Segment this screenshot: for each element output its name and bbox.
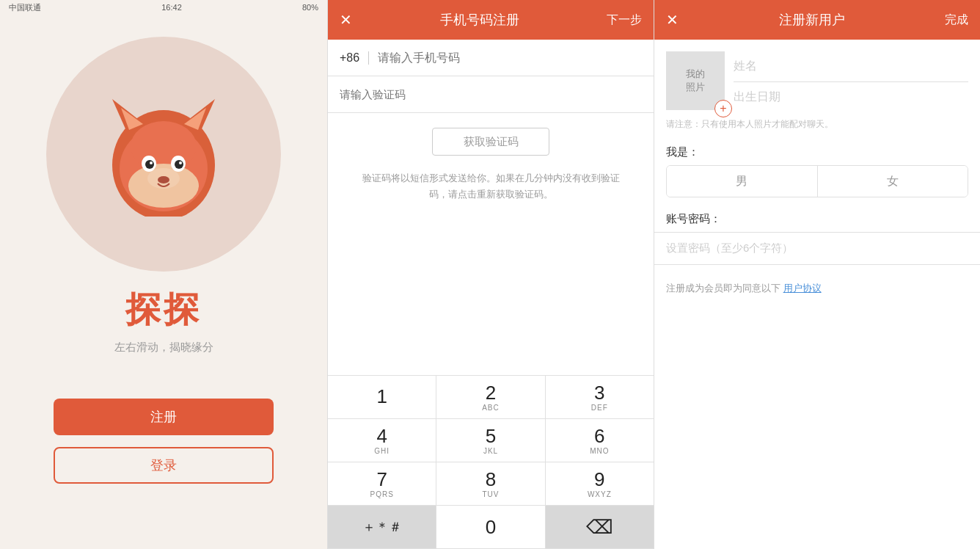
header-title: 手机号码注册 [440,11,519,29]
phone-register-header: ✕ 手机号码注册 下一步 [328,0,654,40]
sms-notice: 验证码将以短信形式发送给你。如果在几分钟内没有收到验证码，请点击重新获取验证码。 [328,163,654,210]
numpad-key-7[interactable]: 7 PQRS [328,462,436,505]
numpad-row-3: 7 PQRS 8 TUV 9 WXYZ [328,462,654,506]
svg-point-15 [147,168,180,189]
numpad-key-2[interactable]: 2 ABC [436,376,545,418]
close-button-2[interactable]: ✕ [666,11,679,29]
login-button[interactable]: 登录 [54,447,274,484]
photo-name-row: 我的 照片 + 姓名 出生日期 [654,40,980,112]
numpad-key-9[interactable]: 9 WXYZ [546,462,654,505]
photo-label: 我的 照片 [686,68,705,94]
svg-point-11 [175,160,183,169]
get-code-row: 获取验证码 [328,113,654,163]
done-button[interactable]: 完成 [945,12,968,28]
screen-welcome: 中国联通 16:42 80% [0,0,327,549]
screen-new-user: ✕ 注册新用户 完成 我的 照片 + 姓名 出生日期 请注意：只有使用本人照片才… [654,0,980,549]
svg-point-12 [150,161,153,164]
numpad-row-4: ＋＊＃ 0 ⌫ [328,506,654,549]
numpad-key-0[interactable]: 0 [436,506,545,548]
carrier-label: 中国联通 [9,2,41,13]
svg-point-10 [145,160,154,169]
numpad-key-5[interactable]: 5 JKL [436,419,545,462]
screen-phone-register: ✕ 手机号码注册 下一步 +86 获取验证码 验证码将以短信形式发送给你。如果在… [327,0,654,549]
female-button[interactable]: 女 [818,166,968,197]
numpad-key-backspace[interactable]: ⌫ [546,506,654,548]
name-field[interactable]: 姓名 [734,51,968,82]
gender-label: 我是： [654,131,980,165]
password-field[interactable]: 设置密码（至少6个字符） [654,232,980,265]
get-code-button[interactable]: 获取验证码 [432,128,549,156]
new-user-header-title: 注册新用户 [779,11,845,29]
password-label: 账号密码： [654,197,980,232]
register-button[interactable]: 注册 [54,399,274,435]
svg-point-13 [179,161,182,164]
verification-code-input[interactable] [340,88,642,101]
agreement-text: 注册成为会员即为同意以下 [666,283,780,294]
numpad: 1 2 ABC 3 DEF 4 GHI 5 JKL 6 [328,375,654,549]
dob-field[interactable]: 出生日期 [734,82,968,112]
photo-notice: 请注意：只有使用本人照片才能配对聊天。 [654,112,980,131]
add-photo-button[interactable]: + [714,100,732,117]
fox-mascot [105,92,222,217]
mascot-circle [46,37,281,272]
phone-input[interactable] [378,51,642,65]
name-dob-column: 姓名 出生日期 [734,51,968,112]
verification-code-row [328,76,654,113]
next-button[interactable]: 下一步 [607,12,642,28]
numpad-key-6[interactable]: 6 MNO [546,419,654,462]
numpad-key-8[interactable]: 8 TUV [436,462,545,505]
numpad-key-3[interactable]: 3 DEF [546,376,654,418]
phone-input-row: +86 [328,40,654,76]
numpad-row-2: 4 GHI 5 JKL 6 MNO [328,419,654,462]
close-button[interactable]: ✕ [340,11,352,29]
new-user-header: ✕ 注册新用户 完成 [654,0,980,40]
app-slogan: 左右滑动，揭晓缘分 [114,341,213,355]
numpad-key-4[interactable]: 4 GHI [328,419,436,462]
time-label: 16:42 [161,3,182,12]
country-code: +86 [340,51,369,65]
numpad-key-1[interactable]: 1 [328,376,436,418]
battery-label: 80% [302,3,318,12]
numpad-row-1: 1 2 ABC 3 DEF [328,376,654,419]
agreement-row: 注册成为会员即为同意以下 用户协议 [654,265,980,311]
photo-box[interactable]: 我的 照片 + [666,51,725,110]
agreement-link[interactable]: 用户协议 [783,283,822,294]
male-button[interactable]: 男 [667,166,818,197]
app-title: 探探 [125,286,202,333]
gender-row: 男 女 [666,165,968,197]
status-bar: 中国联通 16:42 80% [0,0,327,15]
numpad-key-sym[interactable]: ＋＊＃ [328,506,436,548]
